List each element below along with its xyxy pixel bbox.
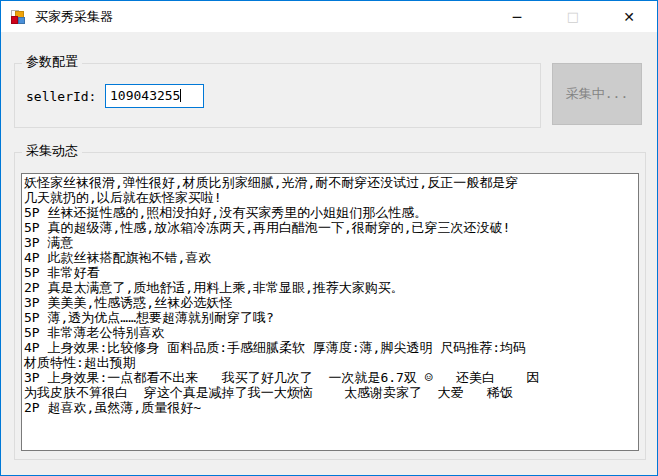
log-textbox[interactable]: 妖怪家丝袜很滑,弹性很好,材质比别家细腻,光滑,耐不耐穿还没试过,反正一般都是穿… xyxy=(21,173,639,451)
window-title: 买家秀采集器 xyxy=(35,8,113,26)
collect-button-label: 采集中... xyxy=(566,85,628,103)
log-groupbox-title: 采集动态 xyxy=(22,143,82,159)
app-icon xyxy=(10,9,26,25)
window-controls: ─ □ ✕ xyxy=(489,1,657,32)
param-groupbox-title: 参数配置 xyxy=(22,54,82,70)
seller-id-label: sellerId: xyxy=(26,89,96,104)
collect-button[interactable]: 采集中... xyxy=(552,63,642,125)
titlebar[interactable]: 买家秀采集器 ─ □ ✕ xyxy=(1,1,657,32)
text-caret xyxy=(180,89,181,102)
app-icon-part xyxy=(11,16,18,24)
close-button[interactable]: ✕ xyxy=(601,1,657,32)
app-window: 买家秀采集器 ─ □ ✕ 参数配置 sellerId: 109043255 采集… xyxy=(0,0,658,476)
maximize-button-disabled: □ xyxy=(545,1,601,32)
seller-id-input[interactable]: 109043255 xyxy=(105,84,204,108)
app-icon-part xyxy=(18,17,25,24)
seller-id-value: 109043255 xyxy=(110,88,180,103)
minimize-button[interactable]: ─ xyxy=(489,1,545,32)
